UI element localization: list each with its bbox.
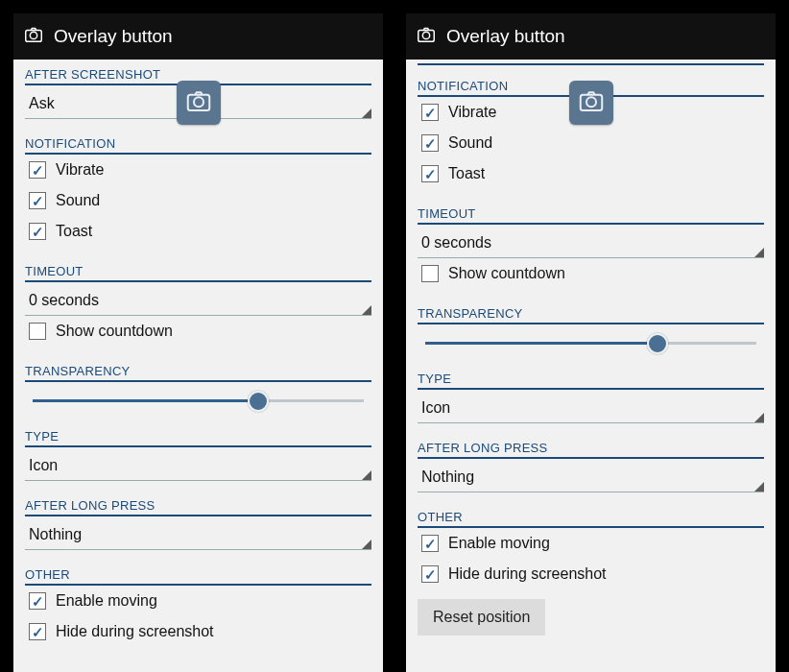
spinner-value: Icon — [29, 457, 58, 473]
checkbox-label: Show countdown — [448, 265, 565, 282]
checkbox-unchecked-icon — [29, 323, 46, 340]
timeout-spinner[interactable]: 0 seconds — [418, 225, 764, 258]
checkbox-unchecked-icon — [421, 265, 439, 282]
overlay-floating-button[interactable] — [569, 81, 613, 125]
cutoff-divider — [418, 63, 764, 65]
checkbox-label: Hide during screenshot — [56, 623, 214, 640]
titlebar-title: Overlay button — [446, 26, 565, 47]
settings-content: AFTER SCREENSHOT Ask NOTIFICATION Vibrat… — [13, 60, 383, 672]
spinner-value: 0 seconds — [421, 234, 491, 251]
show-countdown-row[interactable]: Show countdown — [418, 258, 764, 289]
right-pane: Overlay button NOTIFICATION Vibrate Soun… — [406, 13, 776, 672]
notification-sound-row[interactable]: Sound — [25, 185, 371, 216]
titlebar: Overlay button — [406, 13, 776, 60]
section-header-type: TYPE — [418, 372, 764, 390]
checkbox-checked-icon — [421, 565, 439, 583]
slider-fill — [33, 399, 258, 402]
checkbox-checked-icon — [421, 134, 439, 152]
section-header-notification: NOTIFICATION — [25, 136, 371, 155]
section-header-after-long-press: AFTER LONG PRESS — [25, 498, 371, 516]
notification-toast-row[interactable]: Toast — [25, 216, 371, 247]
hide-during-screenshot-row[interactable]: Hide during screenshot — [25, 616, 371, 647]
type-spinner[interactable]: Icon — [418, 390, 764, 423]
enable-moving-row[interactable]: Enable moving — [25, 586, 371, 616]
slider-track — [425, 342, 756, 345]
checkbox-checked-icon — [29, 192, 46, 209]
notification-vibrate-row[interactable]: Vibrate — [25, 155, 371, 185]
checkbox-checked-icon — [29, 623, 46, 640]
timeout-spinner[interactable]: 0 seconds — [25, 282, 371, 316]
checkbox-label: Enable moving — [56, 592, 157, 610]
svg-point-7 — [586, 97, 596, 107]
left-pane: Overlay button AFTER SCREENSHOT Ask NOTI… — [13, 13, 383, 672]
enable-moving-row[interactable]: Enable moving — [418, 528, 764, 559]
checkbox-label: Hide during screenshot — [448, 565, 607, 583]
checkbox-checked-icon — [29, 161, 46, 179]
camera-icon — [577, 86, 606, 119]
section-header-transparency: TRANSPARENCY — [418, 306, 764, 324]
slider-track — [33, 399, 364, 402]
section-header-other: OTHER — [418, 510, 764, 528]
section-header-timeout: TIMEOUT — [25, 264, 371, 282]
reset-position-button[interactable]: Reset position — [418, 599, 545, 636]
spinner-value: 0 seconds — [29, 292, 99, 308]
transparency-slider[interactable] — [25, 382, 371, 412]
checkbox-label: Enable moving — [448, 535, 550, 552]
checkbox-checked-icon — [29, 592, 46, 610]
checkbox-label: Toast — [448, 165, 485, 182]
spinner-value: Icon — [421, 399, 450, 416]
svg-point-5 — [422, 32, 429, 38]
slider-thumb-icon[interactable] — [647, 333, 668, 354]
slider-thumb-icon[interactable] — [248, 391, 269, 412]
overlay-floating-button[interactable] — [177, 81, 221, 125]
spinner-value: Ask — [29, 95, 55, 111]
checkbox-label: Vibrate — [448, 104, 496, 121]
titlebar-title: Overlay button — [54, 26, 173, 47]
checkbox-label: Show countdown — [56, 323, 173, 340]
notification-sound-row[interactable]: Sound — [418, 128, 764, 158]
checkbox-checked-icon — [29, 223, 46, 240]
show-countdown-row[interactable]: Show countdown — [25, 316, 371, 347]
after-long-press-spinner[interactable]: Nothing — [418, 459, 764, 492]
checkbox-label: Sound — [448, 134, 492, 152]
checkbox-checked-icon — [421, 165, 439, 182]
after-long-press-spinner[interactable]: Nothing — [25, 516, 371, 550]
checkbox-label: Sound — [56, 192, 100, 209]
slider-fill — [425, 342, 658, 345]
transparency-slider[interactable] — [418, 324, 764, 354]
section-header-type: TYPE — [25, 429, 371, 447]
checkbox-label: Toast — [56, 223, 92, 240]
camera-icon — [416, 24, 437, 50]
section-header-after-long-press: AFTER LONG PRESS — [418, 441, 764, 459]
checkbox-label: Vibrate — [56, 161, 104, 179]
checkbox-checked-icon — [421, 535, 439, 552]
svg-point-1 — [30, 32, 36, 38]
spinner-value: Nothing — [421, 468, 474, 485]
type-spinner[interactable]: Icon — [25, 447, 371, 481]
spinner-value: Nothing — [29, 526, 82, 542]
notification-toast-row[interactable]: Toast — [418, 158, 764, 189]
section-header-timeout: TIMEOUT — [418, 206, 764, 225]
svg-point-3 — [194, 97, 203, 107]
checkbox-checked-icon — [421, 104, 439, 121]
hide-during-screenshot-row[interactable]: Hide during screenshot — [418, 559, 764, 589]
titlebar: Overlay button — [13, 13, 383, 60]
camera-icon — [184, 86, 213, 119]
section-header-transparency: TRANSPARENCY — [25, 364, 371, 382]
settings-content: NOTIFICATION Vibrate Sound Toast TIMEOUT… — [406, 60, 776, 672]
camera-icon — [23, 24, 44, 50]
section-header-other: OTHER — [25, 567, 371, 586]
